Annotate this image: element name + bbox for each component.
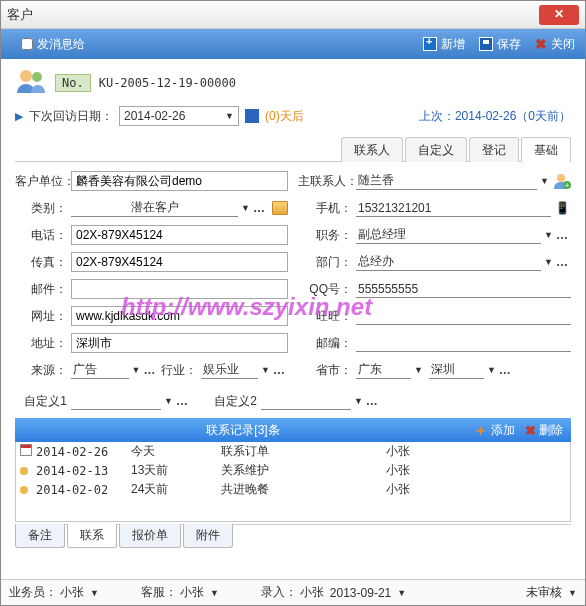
tab-contact[interactable]: 联系人: [341, 137, 403, 162]
mobile-label: 手机：: [298, 200, 356, 217]
folder-icon[interactable]: [272, 201, 288, 215]
grid-add-button[interactable]: ＋添加: [473, 421, 515, 440]
send-message-label: 发消息给: [37, 36, 85, 53]
save-button[interactable]: 保存: [479, 36, 521, 53]
phone-input[interactable]: [71, 225, 288, 245]
industry-more[interactable]: …: [270, 363, 288, 377]
category-label: 类别：: [15, 200, 71, 217]
title-field[interactable]: 副总经理: [356, 226, 541, 244]
save-icon: [479, 37, 493, 51]
fax-input[interactable]: [71, 252, 288, 272]
category-field[interactable]: 潜在客户: [71, 199, 238, 217]
main-contact-dd[interactable]: ▼: [540, 176, 549, 186]
grid-body[interactable]: 2014-02-26今天联系订单小张2014-02-1313天前关系维护小张20…: [15, 442, 571, 522]
title-label: 职务：: [298, 227, 356, 244]
row-rel: 24天前: [131, 481, 221, 498]
new-button[interactable]: 新增: [423, 36, 465, 53]
company-label: 客户单位：: [15, 173, 71, 190]
cs-dd[interactable]: ▼: [210, 588, 219, 598]
right-column: 主联系人：随兰香▼+ 手机：15321321201 职务：副总经理▼… 部门：总…: [298, 170, 571, 386]
source-field[interactable]: 广告: [71, 361, 129, 379]
prov-field[interactable]: 广东: [356, 361, 411, 379]
mobile-field[interactable]: 15321321201: [356, 199, 551, 217]
addr-input[interactable]: [71, 333, 288, 353]
save-date-icon[interactable]: [245, 109, 259, 123]
close-button[interactable]: ✖关闭: [535, 36, 575, 53]
tab-basic[interactable]: 基础: [521, 137, 571, 162]
ww-label: 旺旺：: [298, 308, 356, 325]
email-input[interactable]: [71, 279, 288, 299]
city-field[interactable]: 深圳: [429, 361, 484, 379]
customer-icon: [15, 67, 47, 98]
url-input[interactable]: [71, 306, 288, 326]
btab-contact[interactable]: 联系: [67, 524, 117, 548]
btab-note[interactable]: 备注: [15, 524, 65, 548]
custom1-label: 自定义1: [15, 393, 71, 410]
days-after: (0)天后: [265, 108, 304, 125]
custom1-dd[interactable]: ▼: [164, 396, 173, 406]
send-message-checkbox[interactable]: 发消息给: [21, 36, 85, 53]
fax-label: 传真：: [15, 254, 71, 271]
next-visit-date-input[interactable]: 2014-02-26▼: [119, 106, 239, 126]
custom2-more[interactable]: …: [363, 394, 381, 408]
delete-icon: ✖: [525, 423, 536, 438]
dept-more[interactable]: …: [553, 255, 571, 269]
grid-header: 联系记录[3]条 ＋添加 ✖删除: [15, 418, 571, 442]
row-subject: 联系订单: [221, 443, 386, 460]
send-message-check[interactable]: [21, 38, 33, 50]
status-bar: 业务员：小张▼ 客服：小张▼ 录入：小张 2013-09-21▼ 未审核▼: [1, 579, 585, 605]
ww-field[interactable]: [356, 307, 571, 325]
city-more[interactable]: …: [496, 363, 514, 377]
zip-field[interactable]: [356, 334, 571, 352]
dot-icon: [20, 486, 28, 494]
title-dd[interactable]: ▼: [544, 230, 553, 240]
cs-seg: 客服：小张▼: [141, 584, 219, 601]
industry-dd[interactable]: ▼: [261, 365, 270, 375]
sales-dd[interactable]: ▼: [90, 588, 99, 598]
source-label: 来源：: [15, 362, 71, 379]
industry-field[interactable]: 娱乐业: [201, 361, 259, 379]
entry-date-dd[interactable]: ▼: [397, 588, 406, 598]
grid-title: 联系记录[3]条: [23, 422, 463, 439]
source-more[interactable]: …: [141, 363, 159, 377]
prov-label: 省市：: [298, 362, 356, 379]
custom1-more[interactable]: …: [173, 394, 191, 408]
tab-bar: 联系人 自定义 登记 基础: [15, 136, 571, 162]
tab-custom[interactable]: 自定义: [405, 137, 467, 162]
phone-icon[interactable]: [555, 201, 571, 215]
btab-quote[interactable]: 报价单: [119, 524, 181, 548]
plus-icon: ＋: [473, 421, 488, 440]
qq-field[interactable]: 555555555: [356, 280, 571, 298]
table-row[interactable]: 2014-02-1313天前关系维护小张: [16, 461, 570, 480]
title-more[interactable]: …: [553, 228, 571, 242]
email-label: 邮件：: [15, 281, 71, 298]
svg-point-1: [32, 72, 42, 82]
grid-del-button[interactable]: ✖删除: [525, 422, 563, 439]
titlebar: 客户 ✕: [1, 1, 585, 29]
tab-register[interactable]: 登记: [469, 137, 519, 162]
custom2-field[interactable]: [261, 392, 351, 410]
category-more[interactable]: …: [250, 201, 268, 215]
row-date: 2014-02-02: [36, 483, 131, 497]
table-row[interactable]: 2014-02-0224天前共进晚餐小张: [16, 480, 570, 499]
dept-dd[interactable]: ▼: [544, 257, 553, 267]
source-dd[interactable]: ▼: [132, 365, 141, 375]
company-input[interactable]: [71, 171, 288, 191]
toolbar: 发消息给 新增 保存 ✖关闭: [1, 29, 585, 59]
city-dd[interactable]: ▼: [487, 365, 496, 375]
window-close-button[interactable]: ✕: [539, 5, 579, 25]
btab-attach[interactable]: 附件: [183, 524, 233, 548]
url-label: 网址：: [15, 308, 71, 325]
dot-icon: [20, 467, 28, 475]
row-subject: 共进晚餐: [221, 481, 386, 498]
review-dd[interactable]: ▼: [568, 588, 577, 598]
add-contact-icon[interactable]: +: [553, 172, 571, 190]
custom2-dd[interactable]: ▼: [354, 396, 363, 406]
prov-dd[interactable]: ▼: [414, 365, 423, 375]
category-dropdown[interactable]: ▼: [241, 203, 250, 213]
dept-field[interactable]: 总经办: [356, 253, 541, 271]
main-contact-field[interactable]: 随兰香: [356, 172, 537, 190]
new-icon: [423, 37, 437, 51]
table-row[interactable]: 2014-02-26今天联系订单小张: [16, 442, 570, 461]
custom1-field[interactable]: [71, 392, 161, 410]
